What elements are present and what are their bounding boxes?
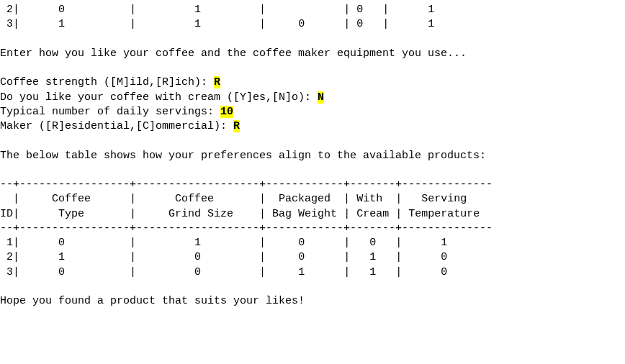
input-maker[interactable]: R	[233, 120, 240, 132]
table-intro: The below table shows how your preferenc…	[0, 150, 486, 162]
input-servings[interactable]: 10	[220, 106, 233, 118]
table-divider-top: --+-----------------+-------------------…	[0, 178, 493, 191]
table-row: 2| 1 | 0 | 0 | 1 | 0	[0, 251, 447, 263]
intro-line: Enter how you like your coffee and the c…	[0, 47, 467, 60]
input-cream[interactable]: N	[318, 91, 324, 104]
prompt-cream: Do you like your coffee with cream ([Y]e…	[0, 91, 324, 104]
table-row: 1| 0 | 1 | 0 | 0 | 1	[0, 237, 447, 249]
table-header-line2: ID| Type | Grind Size | Bag Weight | Cre…	[0, 208, 480, 220]
prompt-servings: Typical number of daily servings: 10	[0, 106, 233, 118]
prompt-strength: Coffee strength ([M]ild,[R]ich): R	[0, 76, 220, 88]
input-strength[interactable]: R	[214, 76, 220, 88]
partial-row-a: 2| 0 | 1 | | 0 | 1	[0, 4, 434, 16]
table-row: 3| 0 | 0 | 1 | 1 | 0	[0, 266, 447, 278]
prompt-maker: Maker ([R]esidential,[C]ommercial): R	[0, 120, 240, 132]
table-header-line1: | Coffee | Coffee | Packaged | With | Se…	[0, 193, 467, 205]
terminal-output: 2| 0 | 1 | | 0 | 1 3| 1 | 1 | 0 | 0 | 1 …	[0, 0, 625, 314]
table-divider-mid: --+-----------------+-------------------…	[0, 222, 493, 235]
partial-row-b: 3| 1 | 1 | 0 | 0 | 1	[0, 18, 434, 30]
closing-line: Hope you found a product that suits your…	[0, 295, 305, 307]
